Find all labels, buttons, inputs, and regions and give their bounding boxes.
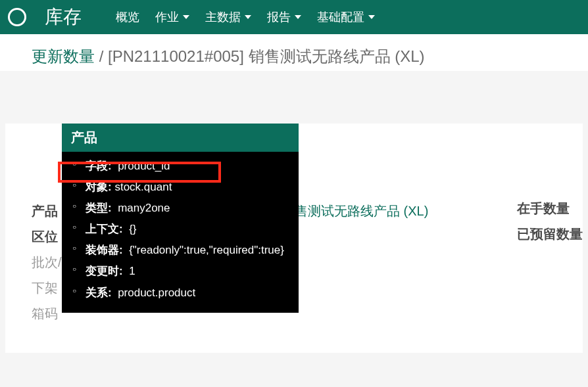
logo-icon[interactable] xyxy=(8,8,26,26)
breadcrumb-link-update-qty[interactable]: 更新数量 xyxy=(32,47,95,65)
nav-overview[interactable]: 概览 xyxy=(108,9,147,25)
nav-configuration-label: 基础配置 xyxy=(317,9,364,25)
tooltip-row-value: {} xyxy=(129,223,136,235)
tooltip-row-value: product_id xyxy=(118,160,170,172)
nav-master-data-label: 主数据 xyxy=(205,9,241,25)
tooltip-title: 产品 xyxy=(62,124,299,152)
tooltip-row-label: 字段: xyxy=(86,160,112,172)
breadcrumb-bar: 更新数量 / [PN21110021#005] 销售测试无路线产品 (XL) xyxy=(0,34,588,71)
field-tooltip: 产品 字段: product_id 对象: stock.quant 类型: ma… xyxy=(62,124,299,313)
tooltip-row-context: 上下文: {} xyxy=(72,219,299,240)
nav-reports-label: 报告 xyxy=(267,9,291,25)
tooltip-row-relation: 关系: product.product xyxy=(72,283,299,304)
tooltip-row-value: many2one xyxy=(118,202,170,214)
form-label-reserved: 已预留数量 xyxy=(517,221,583,247)
top-navbar: 库存 概览 作业 主数据 报告 基础配置 xyxy=(0,0,588,34)
chevron-down-icon xyxy=(183,15,189,19)
app-brand[interactable]: 库存 xyxy=(45,5,82,30)
tooltip-row-object: 对象: stock.quant xyxy=(72,177,299,198)
chevron-down-icon xyxy=(368,15,375,19)
tooltip-row-label: 对象: xyxy=(86,181,112,193)
breadcrumb: 更新数量 / [PN21110021#005] 销售测试无路线产品 (XL) xyxy=(32,46,567,67)
tooltip-row-modifiers: 装饰器: {"readonly":true,"required":true} xyxy=(72,240,299,261)
tooltip-row-value: product.product xyxy=(118,286,195,299)
nav-reports[interactable]: 报告 xyxy=(259,9,309,25)
nav-operations-label: 作业 xyxy=(155,9,179,25)
form-label-onhand: 在手数量 xyxy=(517,196,583,221)
tooltip-row-label: 类型: xyxy=(86,202,112,214)
tooltip-row-label: 装饰器: xyxy=(86,244,123,256)
nav-configuration[interactable]: 基础配置 xyxy=(309,9,383,25)
nav-overview-label: 概览 xyxy=(116,9,139,25)
tooltip-row-onchange: 变更时: 1 xyxy=(72,261,299,282)
form-value-product[interactable]: 销售测试无路线产品 (XL) xyxy=(282,202,428,220)
breadcrumb-separator: / xyxy=(95,47,108,65)
tooltip-row-field: 字段: product_id xyxy=(72,156,299,177)
tooltip-row-value: 1 xyxy=(129,265,135,277)
chevron-down-icon xyxy=(295,15,301,19)
nav-operations[interactable]: 作业 xyxy=(147,9,197,25)
tooltip-row-type: 类型: many2one xyxy=(72,198,299,219)
form-right-column: 在手数量 已预留数量 xyxy=(517,196,583,247)
tooltip-list: 字段: product_id 对象: stock.quant 类型: many2… xyxy=(62,152,299,304)
tooltip-row-value: stock.quant xyxy=(114,181,172,193)
tooltip-row-label: 关系: xyxy=(86,286,112,299)
chevron-down-icon xyxy=(245,15,251,19)
nav-master-data[interactable]: 主数据 xyxy=(197,9,259,25)
tooltip-row-label: 上下文: xyxy=(86,223,123,235)
content-gap xyxy=(0,71,588,124)
form-sheet: 产品 字段: product_id 对象: stock.quant 类型: ma… xyxy=(5,124,583,353)
breadcrumb-current: [PN21110021#005] 销售测试无路线产品 (XL) xyxy=(108,47,425,65)
tooltip-row-value: {"readonly":true,"required":true} xyxy=(129,244,284,256)
tooltip-row-label: 变更时: xyxy=(86,265,123,277)
